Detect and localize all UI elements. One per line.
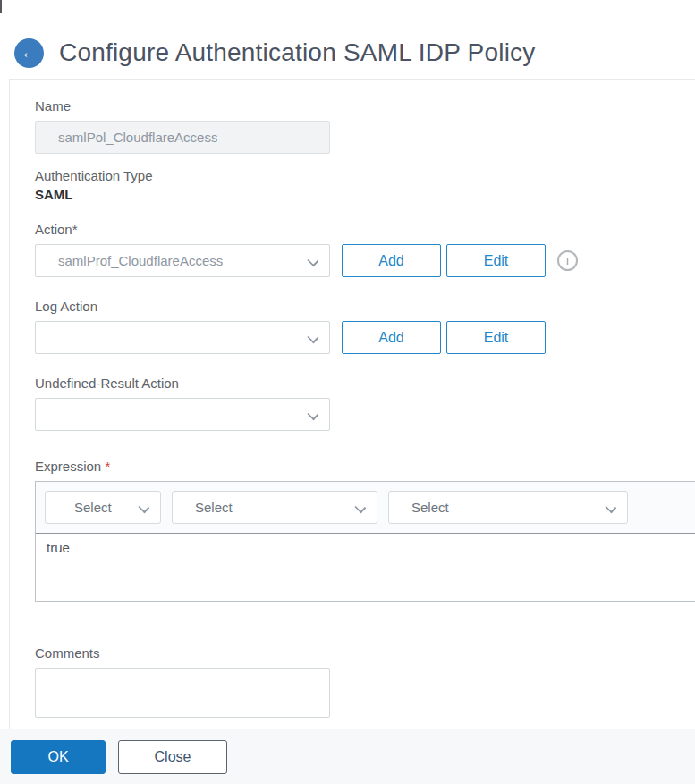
expression-toolbar: Select Select Select <box>36 482 695 533</box>
back-arrow-icon: ← <box>21 44 38 61</box>
expression-select-2[interactable]: Select <box>172 491 377 524</box>
undefined-action-label: Undefined-Result Action <box>35 375 695 391</box>
form-panel: Name samlPol_CloudflareAccess Authentica… <box>9 79 695 752</box>
chevron-down-icon <box>354 502 366 513</box>
chevron-down-icon <box>605 502 616 513</box>
log-action-edit-button[interactable]: Edit <box>446 321 546 354</box>
ok-button[interactable]: OK <box>11 740 106 774</box>
action-label: Action* <box>35 222 695 237</box>
log-action-select[interactable] <box>35 321 330 354</box>
log-action-add-button[interactable]: Add <box>342 321 441 354</box>
info-icon-glyph: i <box>566 254 569 267</box>
log-action-row: Add Edit <box>35 321 695 354</box>
footer-bar: OK Close <box>0 729 695 784</box>
expression-section: Expression * Select Select Select true <box>35 459 695 602</box>
name-input-value: samlPol_CloudflareAccess <box>36 130 217 145</box>
log-action-label: Log Action <box>35 299 695 314</box>
chevron-down-icon <box>307 255 318 266</box>
expression-label-text: Expression <box>35 459 101 474</box>
expression-label: Expression * <box>35 459 695 474</box>
action-add-button[interactable]: Add <box>342 244 441 277</box>
comments-section: Comments <box>35 645 695 718</box>
window-edge-artifact <box>0 0 2 13</box>
info-icon[interactable]: i <box>557 250 578 271</box>
page-title: Configure Authentication SAML IDP Policy <box>59 38 536 67</box>
action-select-value: samlProf_CloudflareAccess <box>36 253 223 268</box>
action-row: samlProf_CloudflareAccess Add Edit i <box>35 244 695 277</box>
expression-select-1-value: Select <box>46 500 112 515</box>
chevron-down-icon <box>307 332 318 343</box>
expression-select-1[interactable]: Select <box>45 491 161 524</box>
expression-select-3-value: Select <box>389 500 449 515</box>
back-button[interactable]: ← <box>14 38 44 68</box>
name-label: Name <box>35 98 695 114</box>
action-select[interactable]: samlProf_CloudflareAccess <box>35 244 330 277</box>
auth-type-value: SAML <box>35 187 695 202</box>
expression-builder: Select Select Select true <box>35 481 695 602</box>
comments-label: Comments <box>35 645 695 661</box>
expression-select-3[interactable]: Select <box>388 491 628 524</box>
expression-textarea[interactable]: true <box>36 533 695 601</box>
chevron-down-icon <box>307 409 318 420</box>
name-input: samlPol_CloudflareAccess <box>35 121 330 154</box>
close-button[interactable]: Close <box>118 740 227 774</box>
required-asterisk: * <box>105 459 110 474</box>
page-header: ← Configure Authentication SAML IDP Poli… <box>0 0 695 79</box>
chevron-down-icon <box>138 502 149 513</box>
undefined-action-select[interactable] <box>35 398 330 431</box>
auth-type-label: Authentication Type <box>35 168 695 183</box>
comments-textarea[interactable] <box>35 668 330 718</box>
action-edit-button[interactable]: Edit <box>446 244 546 277</box>
expression-select-2-value: Select <box>173 500 233 515</box>
